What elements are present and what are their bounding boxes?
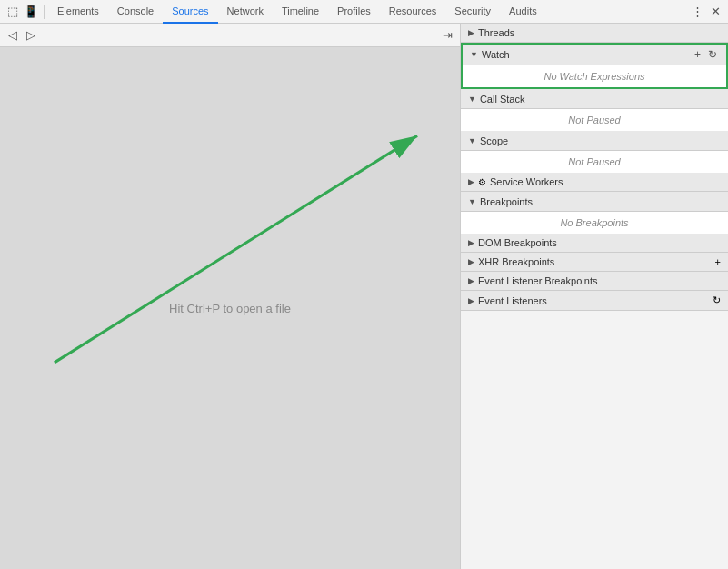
breakpoints-arrow-icon: ▼ bbox=[468, 197, 476, 206]
tab-profiles[interactable]: Profiles bbox=[328, 0, 380, 24]
event-listener-breakpoints-label: Event Listener Breakpoints bbox=[478, 275, 597, 286]
watch-section-header[interactable]: ▼ Watch + ↻ bbox=[463, 45, 726, 65]
service-workers-section-header[interactable]: ▶ ⚙ Service Workers bbox=[461, 173, 728, 192]
tab-network[interactable]: Network bbox=[218, 0, 273, 24]
watch-section: ▼ Watch + ↻ No Watch Expressions bbox=[461, 43, 728, 89]
watch-add-button[interactable]: + bbox=[693, 48, 703, 61]
call-stack-status: Not Paused bbox=[461, 109, 728, 131]
service-workers-label: Service Workers bbox=[490, 176, 563, 187]
left-toolbar: ◁ ▷ ⇥ bbox=[0, 24, 460, 47]
device-icon[interactable]: 📱 bbox=[24, 5, 38, 19]
app-root: ⬚ 📱 Elements Console Sources Network Tim… bbox=[0, 0, 728, 569]
back-icon[interactable]: ◁ bbox=[5, 28, 20, 43]
breakpoints-label: Breakpoints bbox=[480, 196, 721, 207]
breakpoints-section-header[interactable]: ▼ Breakpoints bbox=[461, 192, 728, 212]
event-listeners-section-header[interactable]: ▶ Event Listeners ↻ bbox=[461, 291, 728, 311]
left-panel: ◁ ▷ ⇥ Hit Ctrl+P to open a file bbox=[0, 24, 461, 569]
dom-breakpoints-section-header[interactable]: ▶ DOM Breakpoints bbox=[461, 234, 728, 253]
event-listener-breakpoints-section-header[interactable]: ▶ Event Listener Breakpoints bbox=[461, 272, 728, 291]
watch-arrow-icon: ▼ bbox=[470, 50, 478, 59]
tab-timeline[interactable]: Timeline bbox=[273, 0, 328, 24]
threads-section-header[interactable]: ▶ Threads bbox=[461, 24, 728, 43]
watch-actions: + ↻ bbox=[693, 48, 719, 61]
hint-text: Hit Ctrl+P to open a file bbox=[169, 302, 291, 315]
svg-line-1 bbox=[55, 135, 417, 363]
xhr-breakpoints-section-header[interactable]: ▶ XHR Breakpoints + bbox=[461, 253, 728, 272]
threads-label: Threads bbox=[478, 27, 514, 38]
xhr-breakpoints-label: XHR Breakpoints bbox=[478, 256, 554, 267]
gear-icon: ⚙ bbox=[478, 177, 486, 187]
scope-label: Scope bbox=[480, 135, 721, 146]
event-listeners-refresh-button[interactable]: ↻ bbox=[713, 294, 721, 306]
tab-console[interactable]: Console bbox=[108, 0, 163, 24]
watch-refresh-button[interactable]: ↻ bbox=[706, 48, 719, 61]
event-listeners-label: Event Listeners bbox=[478, 295, 547, 306]
right-panel: ▶ Threads ▼ Watch + ↻ No Watch Expressio… bbox=[461, 24, 728, 569]
scope-status: Not Paused bbox=[461, 151, 728, 173]
watch-label: Watch bbox=[482, 49, 693, 60]
overflow-icon[interactable]: ⋮ bbox=[690, 5, 704, 19]
threads-arrow-icon: ▶ bbox=[468, 28, 474, 37]
divider-1 bbox=[44, 5, 45, 19]
tab-elements[interactable]: Elements bbox=[48, 0, 108, 24]
tab-audits[interactable]: Audits bbox=[500, 0, 546, 24]
watch-placeholder: No Watch Expressions bbox=[463, 65, 726, 87]
xhr-add-button[interactable]: + bbox=[715, 256, 721, 267]
scope-section-header[interactable]: ▼ Scope bbox=[461, 131, 728, 151]
call-stack-content: Not Paused bbox=[461, 109, 728, 131]
event-listeners-arrow-icon: ▶ bbox=[468, 296, 474, 305]
inspect-icon[interactable]: ⬚ bbox=[5, 5, 20, 19]
expand-icon[interactable]: ⇥ bbox=[440, 28, 454, 43]
tab-bar: ⬚ 📱 Elements Console Sources Network Tim… bbox=[0, 0, 728, 24]
scope-content: Not Paused bbox=[461, 151, 728, 173]
breakpoints-placeholder: No Breakpoints bbox=[461, 212, 728, 234]
breakpoints-content: No Breakpoints bbox=[461, 212, 728, 234]
close-icon[interactable]: ✕ bbox=[708, 5, 723, 19]
tab-sources[interactable]: Sources bbox=[163, 0, 217, 24]
watch-content: No Watch Expressions bbox=[463, 65, 726, 87]
main-layout: ◁ ▷ ⇥ Hit Ctrl+P to open a file bbox=[0, 24, 728, 569]
tab-resources[interactable]: Resources bbox=[380, 0, 446, 24]
call-stack-section-header[interactable]: ▼ Call Stack bbox=[461, 89, 728, 109]
dom-breakpoints-arrow-icon: ▶ bbox=[468, 238, 474, 247]
call-stack-label: Call Stack bbox=[480, 94, 721, 105]
xhr-breakpoints-arrow-icon: ▶ bbox=[468, 257, 474, 266]
tab-security[interactable]: Security bbox=[445, 0, 500, 24]
scope-arrow-icon: ▼ bbox=[468, 136, 476, 145]
call-stack-arrow-icon: ▼ bbox=[468, 95, 476, 104]
forward-icon[interactable]: ▷ bbox=[24, 28, 38, 43]
left-content-area: Hit Ctrl+P to open a file bbox=[0, 47, 460, 569]
service-workers-arrow-icon: ▶ bbox=[468, 177, 474, 186]
event-listener-breakpoints-arrow-icon: ▶ bbox=[468, 276, 474, 285]
dom-breakpoints-label: DOM Breakpoints bbox=[478, 237, 557, 248]
